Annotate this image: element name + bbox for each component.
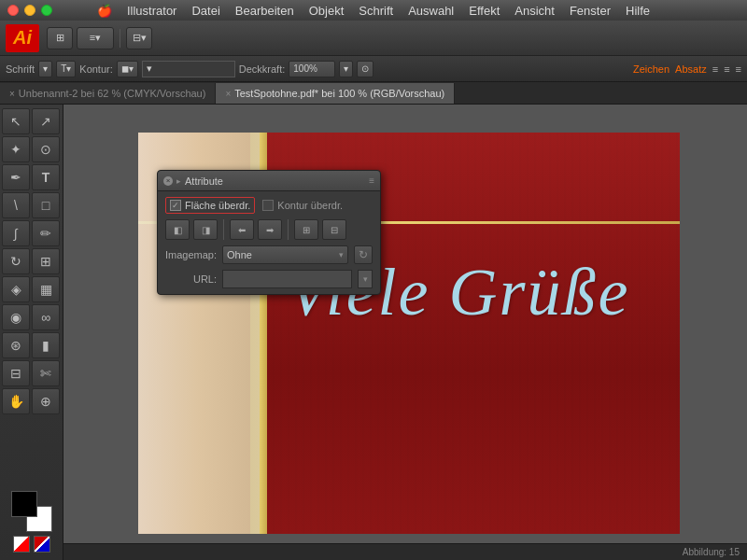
tab-close-testspot[interactable]: × [225, 89, 231, 99]
symbol-tool[interactable]: ⊛ [2, 332, 30, 358]
minimize-button[interactable] [24, 5, 35, 16]
scale-tool[interactable]: ⊞ [32, 248, 60, 274]
attribute-panel-close-button[interactable]: × [163, 176, 173, 186]
align-right-icon[interactable]: ≡ [736, 63, 741, 75]
pen-tool[interactable]: ✒ [2, 164, 30, 190]
imagemap-dropdown-arrow: ▾ [339, 250, 344, 259]
attr-align-left-btn[interactable]: ⬅ [230, 219, 254, 240]
align-left-icon[interactable]: ≡ [712, 63, 718, 75]
menu-hilfe[interactable]: Hilfe [618, 2, 657, 20]
close-button[interactable] [7, 5, 19, 16]
tool-row-2: ✦ ⊙ [2, 136, 61, 162]
document-canvas: Viele Grüße × ▸ Attribute ≡ ✓ Fläche übe… [138, 133, 680, 534]
imagemap-refresh-button[interactable]: ↻ [354, 245, 373, 264]
toolbar-separator-1 [120, 29, 120, 48]
attr-separator [223, 219, 224, 240]
menu-datei[interactable]: Datei [184, 2, 227, 20]
app-toolbar: Ai ⊞ ≡▾ ⊟▾ [0, 21, 747, 56]
lasso-tool[interactable]: ⊙ [32, 136, 60, 162]
tab-unbenannt[interactable]: × Unbenannt-2 bei 62 % (CMYK/Vorschau) [0, 83, 216, 104]
artboard-tool[interactable]: ⊟ [2, 360, 30, 386]
eyedropper-tool[interactable]: ◉ [2, 304, 30, 330]
attribute-panel: × ▸ Attribute ≡ ✓ Fläche überdr. K [157, 170, 381, 295]
foreground-color-swatch[interactable] [11, 491, 37, 517]
style-btn[interactable]: ⊙ [357, 61, 374, 77]
selection-tool[interactable]: ↖ [2, 108, 30, 134]
warp-tool[interactable]: ◈ [2, 276, 30, 302]
align-center-icon[interactable]: ≡ [724, 63, 729, 75]
maximize-button[interactable] [41, 5, 52, 16]
tool-row-3: ✒ T [2, 164, 61, 190]
kontur-uberdr-checkbox[interactable] [262, 200, 274, 211]
kontur-color-btn[interactable]: ◼▾ [117, 61, 138, 77]
gradient-tool[interactable]: ▦ [32, 276, 60, 302]
imagemap-value: Ohne [227, 249, 252, 260]
pencil-tool[interactable]: ✏ [32, 220, 60, 246]
deckkraft-arrow[interactable]: ▾ [339, 61, 353, 77]
zeichen-label[interactable]: Zeichen [633, 63, 669, 75]
schrift-label: Schrift [6, 63, 35, 75]
tab-bar: × Unbenannt-2 bei 62 % (CMYK/Vorschau) ×… [0, 82, 747, 105]
magic-wand-tool[interactable]: ✦ [2, 136, 30, 162]
menu-effekt[interactable]: Effekt [461, 2, 507, 20]
kontur-label: Kontur: [79, 63, 112, 75]
tool-row-8: ◉ ∞ [2, 304, 61, 330]
blend-tool[interactable]: ∞ [32, 304, 60, 330]
kontur-uberdr-label[interactable]: Kontur überdr. [262, 200, 343, 211]
tab-testspot[interactable]: × TestSpotohne.pdf* bei 100 % (RGB/Vorsc… [216, 83, 455, 104]
menu-bearbeiten[interactable]: Bearbeiten [228, 2, 302, 20]
slice-tool[interactable]: ✄ [32, 360, 60, 386]
shape-tool[interactable]: □ [32, 192, 60, 218]
attr-fill-even-odd-btn[interactable]: ◧ [165, 219, 190, 240]
schrift-selector[interactable]: ▾ [38, 61, 52, 77]
menu-schrift[interactable]: Schrift [351, 2, 401, 20]
imagemap-row: Imagemap: Ohne ▾ ↻ [165, 245, 373, 264]
tab-close-unbenannt[interactable]: × [9, 89, 15, 99]
menu-ansicht[interactable]: Ansicht [507, 2, 562, 20]
url-input[interactable] [222, 270, 352, 288]
toolbar-extra-button[interactable]: ⊟▾ [126, 27, 152, 49]
kontur-uberdr-text: Kontur überdr. [277, 200, 343, 211]
hand-tool[interactable]: ✋ [2, 388, 30, 414]
menu-apple[interactable]: 🍎 [90, 2, 120, 20]
menu-objekt[interactable]: Objekt [302, 2, 352, 20]
flache-uberdr-checkbox[interactable]: ✓ [170, 200, 181, 211]
toolbox: ↖ ↗ ✦ ⊙ ✒ T \ □ ∫ ✏ ↻ ⊞ ◈ ▦ ◉ ∞ [0, 105, 63, 560]
tab-label-unbenannt: Unbenannt-2 bei 62 % (CMYK/Vorschau) [19, 88, 206, 99]
stroke-color-none[interactable] [13, 536, 30, 553]
attr-fill-winding-btn[interactable]: ◨ [193, 219, 218, 240]
imagemap-select[interactable]: Ohne ▾ [222, 245, 348, 264]
attr-show-center-btn[interactable]: ⊞ [294, 219, 318, 240]
graph-tool[interactable]: ▮ [32, 332, 60, 358]
menu-illustrator[interactable]: Illustrator [120, 2, 184, 20]
zoom-tool[interactable]: ⊕ [32, 388, 60, 414]
url-arrow-button[interactable]: ▾ [358, 270, 373, 288]
fill-none-stroke-none[interactable] [34, 536, 50, 553]
kontur-value-input[interactable]: ▾ [142, 61, 235, 77]
tool-row-6: ↻ ⊞ [2, 248, 61, 274]
line-tool[interactable]: \ [2, 192, 30, 218]
absatz-label[interactable]: Absatz [675, 63, 707, 75]
tool-row-10: ⊟ ✄ [2, 360, 61, 386]
url-label: URL: [165, 273, 217, 285]
attr-show-edges-btn[interactable]: ⊟ [322, 219, 346, 240]
direct-selection-tool[interactable]: ↗ [32, 108, 60, 134]
tool-row-4: \ □ [2, 192, 61, 218]
menu-auswahl[interactable]: Auswahl [401, 2, 461, 20]
tool-row-7: ◈ ▦ [2, 276, 61, 302]
imagemap-label: Imagemap: [165, 249, 217, 260]
type-tool[interactable]: T [32, 164, 60, 190]
toolbar-new-button[interactable]: ⊞ [47, 27, 73, 49]
schrift-style-selector[interactable]: T▾ [56, 61, 76, 77]
flache-uberdr-label[interactable]: ✓ Fläche überdr. [165, 197, 255, 214]
deckkraft-input[interactable]: 100% [289, 61, 335, 77]
attribute-panel-menu-icon[interactable]: ≡ [369, 175, 374, 186]
paintbrush-tool[interactable]: ∫ [2, 220, 30, 246]
attr-align-right-btn[interactable]: ➡ [258, 219, 282, 240]
tool-row-1: ↖ ↗ [2, 108, 61, 134]
toolbar-arrange-button[interactable]: ≡▾ [77, 27, 114, 49]
menu-fenster[interactable]: Fenster [562, 2, 618, 20]
rotate-tool[interactable]: ↻ [2, 248, 30, 274]
menu-bar: 🍎 Illustrator Datei Bearbeiten Objekt Sc… [90, 2, 657, 20]
url-row: URL: ▾ [165, 270, 373, 288]
